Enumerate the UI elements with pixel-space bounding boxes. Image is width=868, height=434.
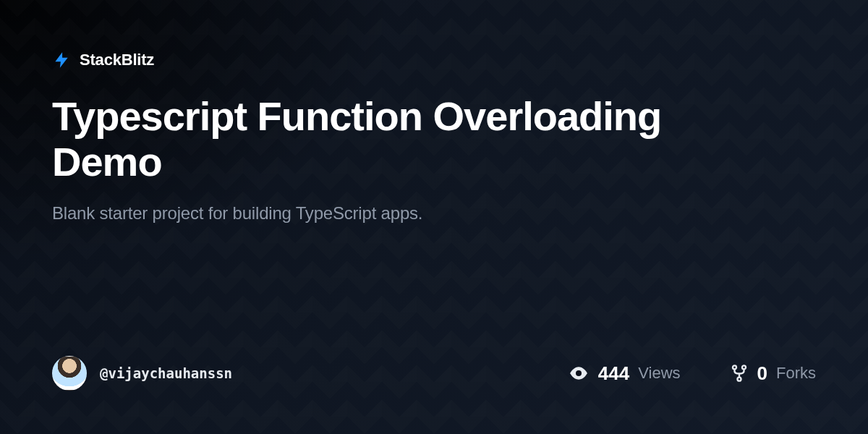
views-stat: 444 Views (568, 362, 681, 385)
svg-point-1 (733, 365, 736, 369)
views-label: Views (638, 364, 680, 383)
project-title: Typescript Function Overloading Demo (52, 94, 746, 184)
footer-row: @vijaychauhanssn 444 Views (52, 356, 816, 391)
fork-icon (730, 364, 749, 383)
svg-point-3 (737, 378, 741, 381)
forks-count: 0 (757, 362, 767, 385)
bolt-icon (52, 51, 71, 69)
forks-stat: 0 Forks (730, 362, 816, 385)
project-description: Blank starter project for building TypeS… (52, 203, 816, 224)
avatar[interactable] (52, 356, 87, 391)
views-count: 444 (598, 362, 629, 385)
project-card: StackBlitz Typescript Function Overloadi… (0, 0, 868, 434)
eye-icon (568, 362, 590, 384)
forks-label: Forks (776, 364, 816, 383)
svg-point-2 (742, 365, 746, 369)
author-handle[interactable]: @vijaychauhanssn (100, 365, 232, 381)
svg-point-0 (576, 370, 582, 376)
brand-name: StackBlitz (80, 51, 154, 69)
brand-row: StackBlitz (52, 51, 816, 69)
